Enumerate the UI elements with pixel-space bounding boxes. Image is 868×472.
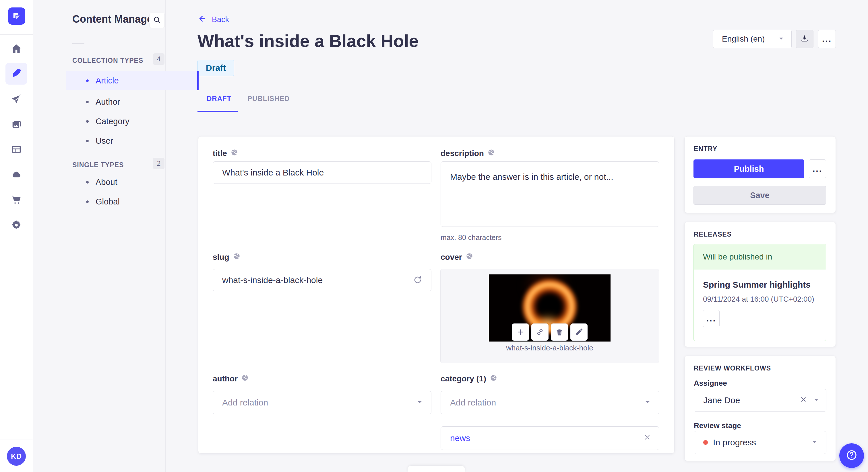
section-collection-types: COLLECTION TYPES bbox=[72, 57, 143, 65]
entry-more-button[interactable]: ... bbox=[809, 160, 826, 178]
i18n-globe-icon bbox=[230, 148, 238, 158]
review-workflows-heading: REVIEW WORKFLOWS bbox=[694, 365, 771, 372]
release-date: 09/11/2024 at 16:00 (UTC+02:00) bbox=[703, 295, 817, 304]
release-card: Will be published in Spring Summer highl… bbox=[693, 244, 826, 341]
sidebar-item-label: Global bbox=[96, 197, 120, 206]
page-title: What's inside a Black Hole bbox=[197, 31, 418, 51]
sidebar-item-author[interactable]: Author bbox=[66, 92, 198, 111]
sidebar-item-label: Article bbox=[96, 76, 119, 86]
sidebar-item-about[interactable]: About bbox=[66, 173, 198, 192]
chevron-down-icon bbox=[813, 396, 820, 405]
entry-heading: ENTRY bbox=[694, 145, 717, 153]
sidebar-item-label: User bbox=[96, 136, 113, 146]
cover-field-label: cover bbox=[441, 252, 473, 262]
relation-link[interactable]: news bbox=[450, 433, 470, 443]
author-field-label: author bbox=[213, 374, 249, 384]
next-section-card-peek bbox=[408, 466, 465, 472]
content-type-builder-icon[interactable] bbox=[10, 143, 23, 156]
bullet-icon bbox=[86, 200, 89, 203]
back-link[interactable]: Back bbox=[198, 14, 229, 25]
chevron-down-icon bbox=[416, 398, 423, 407]
label-text: description bbox=[441, 149, 484, 158]
sidebar-item-label: Category bbox=[96, 117, 129, 126]
title-input[interactable] bbox=[213, 162, 431, 184]
releases-paper-plane-icon[interactable] bbox=[10, 93, 23, 106]
category-relation-combobox[interactable]: Add relation bbox=[441, 391, 659, 414]
publish-button[interactable]: Publish bbox=[693, 160, 804, 178]
search-icon bbox=[153, 16, 161, 25]
label-text: slug bbox=[213, 252, 229, 262]
user-avatar[interactable]: KD bbox=[7, 447, 26, 466]
settings-gear-icon[interactable] bbox=[10, 219, 23, 231]
tab-published[interactable]: PUBLISHED bbox=[247, 95, 290, 103]
description-textarea[interactable]: Maybe the answer is in this article, or … bbox=[441, 162, 659, 227]
bullet-icon bbox=[86, 79, 89, 82]
save-button[interactable]: Save bbox=[693, 186, 826, 205]
section-single-types: SINGLE TYPES bbox=[72, 161, 124, 169]
releases-heading: RELEASES bbox=[694, 231, 732, 238]
regenerate-slug-icon[interactable] bbox=[413, 275, 422, 285]
single-types-count-badge: 2 bbox=[153, 158, 164, 169]
sidebar-item-user[interactable]: User bbox=[66, 131, 198, 150]
i18n-globe-icon bbox=[487, 148, 495, 158]
media-library-icon[interactable] bbox=[10, 118, 23, 131]
back-label: Back bbox=[212, 15, 229, 24]
release-name[interactable]: Spring Summer highlights bbox=[703, 280, 817, 290]
category-relation-item: news bbox=[441, 427, 659, 450]
sidebar-item-global[interactable]: Global bbox=[66, 192, 198, 211]
copy-link-button[interactable] bbox=[531, 324, 549, 341]
search-button[interactable] bbox=[149, 12, 165, 28]
bullet-icon bbox=[86, 181, 89, 183]
sidebar-item-label: Author bbox=[96, 97, 120, 107]
i18n-globe-icon bbox=[490, 374, 497, 384]
release-more-button[interactable]: ... bbox=[703, 310, 720, 327]
assignee-combobox[interactable]: Jane Doe bbox=[694, 389, 826, 412]
add-media-button[interactable] bbox=[512, 324, 529, 341]
locale-select[interactable]: English (en) bbox=[713, 30, 792, 48]
category-placeholder: Add relation bbox=[450, 398, 496, 407]
remove-relation-icon[interactable] bbox=[644, 433, 651, 443]
i18n-globe-icon bbox=[466, 252, 473, 262]
download-button[interactable] bbox=[796, 30, 813, 48]
active-tab-underline bbox=[197, 111, 238, 112]
label-text: cover bbox=[441, 252, 462, 262]
slug-input[interactable] bbox=[213, 269, 431, 291]
strapi-logo[interactable] bbox=[8, 7, 25, 25]
help-button[interactable] bbox=[839, 443, 864, 468]
cloud-icon[interactable] bbox=[10, 169, 23, 181]
release-status: Will be published in bbox=[694, 244, 826, 270]
chevron-down-icon bbox=[644, 398, 651, 407]
clear-assignee-icon[interactable] bbox=[800, 396, 807, 405]
sidebar-item-label: About bbox=[96, 177, 117, 187]
author-relation-combobox[interactable]: Add relation bbox=[213, 391, 431, 414]
review-stage-combobox[interactable]: In progress bbox=[694, 431, 826, 454]
label-text: author bbox=[213, 374, 238, 383]
chevron-down-icon bbox=[811, 438, 818, 447]
label-text: title bbox=[213, 149, 227, 158]
review-stage-label: Review stage bbox=[694, 421, 741, 430]
assignee-value: Jane Doe bbox=[703, 396, 740, 405]
author-placeholder: Add relation bbox=[222, 398, 268, 407]
help-icon bbox=[845, 449, 858, 463]
marketplace-cart-icon[interactable] bbox=[10, 193, 23, 206]
edit-media-button[interactable] bbox=[570, 324, 588, 341]
subnav-title: Content Manager bbox=[72, 13, 157, 25]
header-more-button[interactable]: ... bbox=[818, 30, 836, 48]
download-icon bbox=[801, 34, 809, 43]
assignee-label: Assignee bbox=[694, 379, 727, 388]
label-text: category (1) bbox=[441, 374, 486, 383]
main-nav-rail: KD bbox=[0, 0, 33, 472]
rail-bottom-divider bbox=[0, 440, 33, 440]
bullet-icon bbox=[86, 101, 89, 103]
tab-draft[interactable]: DRAFT bbox=[207, 95, 231, 103]
home-icon[interactable] bbox=[10, 42, 23, 55]
delete-media-button[interactable] bbox=[551, 324, 568, 341]
sidebar-item-category[interactable]: Category bbox=[66, 112, 198, 131]
description-helper: max. 80 characters bbox=[441, 233, 502, 242]
locale-value: English (en) bbox=[722, 34, 765, 43]
content-manager-subnav: Content Manager COLLECTION TYPES 4 Artic… bbox=[33, 0, 166, 472]
content-manager-feather-icon[interactable] bbox=[5, 63, 27, 85]
sidebar-item-article[interactable]: Article bbox=[66, 71, 198, 90]
description-field-label: description bbox=[441, 148, 495, 158]
bullet-icon bbox=[86, 120, 89, 123]
